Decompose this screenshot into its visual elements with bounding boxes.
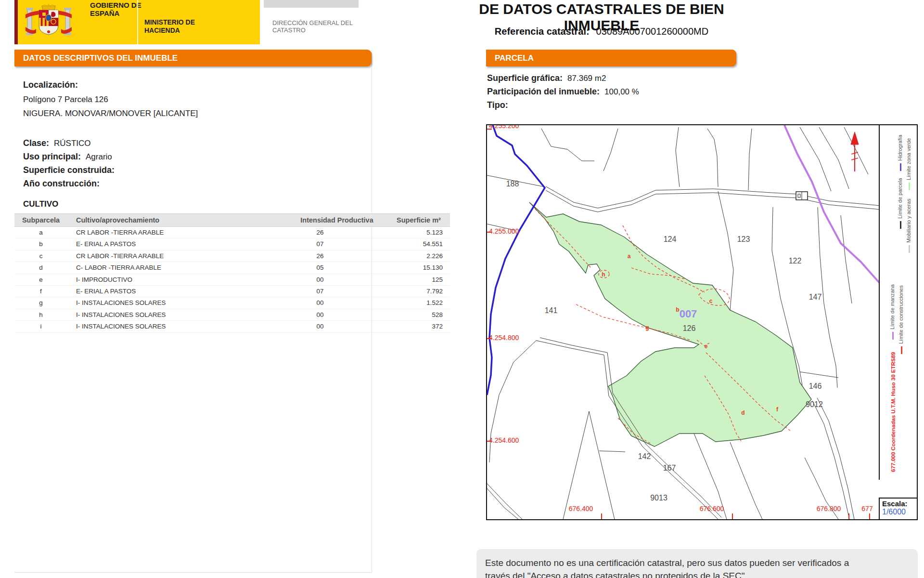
parcel-label: 9013 xyxy=(650,494,667,502)
scale-box: Escala: 1/6000 xyxy=(879,498,917,519)
highlighted-parcel-label: 007 xyxy=(680,308,697,320)
x-coord-label: 676.400 xyxy=(569,505,593,512)
y-coord-label: 4.254.800 xyxy=(489,334,519,342)
subparcel-letter: g xyxy=(645,324,649,331)
table-row: cCR LABOR -TIERRA ARABLE262.226 xyxy=(14,250,450,262)
cultivo-title: CULTIVO xyxy=(23,199,58,209)
scale-value: 1/6000 xyxy=(882,508,917,516)
parcel-label: 126 xyxy=(683,324,696,333)
directorate-label: DIRECCIÓN GENERAL DEL CATASTRO xyxy=(272,19,354,34)
government-label: GOBIERNO DE ESPAÑA xyxy=(90,1,143,17)
col-cultivo: Cultivo/aprovechamiento xyxy=(76,214,159,226)
legend-item: Límite de parcela xyxy=(897,178,903,229)
tipo-field: Tipo: xyxy=(487,100,513,110)
cultivo-table-header: Subparcela Cultivo/aprovechamiento Inten… xyxy=(14,213,450,227)
cadastral-reference-value: 03089A007001260000MD xyxy=(596,26,709,37)
government-logo-block: GOBIERNO DE ESPAÑA MINISTERIO DE HACIEND… xyxy=(18,0,260,44)
cadastral-map[interactable]: 4.255.200 4.255.000 4.254.800 4.254.600 … xyxy=(486,124,918,520)
zona-verde-legend-icon xyxy=(909,183,910,190)
table-row: eI- IMPRODUCTIVO00125 xyxy=(14,274,450,286)
table-row: fE- ERIAL A PASTOS077.792 xyxy=(14,286,450,297)
legend-item: Límite de manzana xyxy=(889,284,895,340)
logo-divider xyxy=(137,0,138,44)
logo-edge-strip xyxy=(14,0,18,44)
y-coord-label: 4.254.600 xyxy=(489,436,519,444)
subparcel-letter: a xyxy=(628,253,631,260)
subparcel-letter: e xyxy=(705,343,708,350)
parcel-label: 123 xyxy=(737,235,750,244)
parcel-label: 124 xyxy=(664,235,677,244)
localizacion-line1: Polígono 7 Parcela 126 xyxy=(23,95,108,105)
y-coord-label: 4.255.000 xyxy=(489,227,519,235)
disclaimer-text: Este documento no es una certificación c… xyxy=(485,556,875,578)
parcel-label: 147 xyxy=(809,293,822,302)
anio-construccion-field: Año construcción: xyxy=(23,179,104,189)
legend-item: Límite de construcciones xyxy=(898,285,904,354)
parcel-label: 142 xyxy=(638,452,651,461)
table-row: gI- INSTALACIONES SOLARES001.522 xyxy=(14,297,450,309)
north-arrow-icon xyxy=(851,132,859,171)
legend-item: Mobiliario y aceras xyxy=(906,198,911,253)
table-row: iI- INSTALACIONES SOLARES00372 xyxy=(14,321,450,332)
clase-field: Clase:RÚSTICO xyxy=(23,138,91,148)
localizacion-label: Localización: xyxy=(23,80,83,90)
cadastral-reference-label: Referencia catastral: xyxy=(495,26,590,37)
col-intensidad: Intensidad Productiva xyxy=(284,214,390,226)
scale-label: Escala: xyxy=(882,499,917,508)
subparcel-letter: d xyxy=(741,409,744,416)
subparcel-letter: c xyxy=(709,298,713,304)
limite-construcciones-legend-icon xyxy=(901,346,902,354)
cultivo-table: Subparcela Cultivo/aprovechamiento Inten… xyxy=(14,213,450,333)
y-coord-label: 4.255.200 xyxy=(489,124,519,130)
right-section-header: PARCELA xyxy=(486,50,736,66)
spain-coat-of-arms-icon xyxy=(25,2,73,42)
parcel-label: 167 xyxy=(663,464,676,473)
left-section-header: DATOS DESCRIPTIVOS DEL INMUEBLE xyxy=(14,50,372,66)
parcel-label: 122 xyxy=(789,257,802,265)
uso-field: Uso principal:Agrario xyxy=(23,152,112,162)
cadastral-reference-line: Referencia catastral:03089A007001260000M… xyxy=(448,26,756,37)
subparcel-letter: f xyxy=(776,406,778,413)
superficie-grafica-field: Superficie gráfica:87.369 m2 xyxy=(487,73,606,83)
col-superficie: Superficie m² xyxy=(380,214,457,226)
legend-item: Límite zona verde xyxy=(906,138,911,190)
parcel-label: 188 xyxy=(506,180,519,188)
table-row: dC- LABOR -TIERRA ARABLE0515.130 xyxy=(14,262,450,274)
header-gray-strip xyxy=(264,0,359,8)
table-row: bE- ERIAL A PASTOS0754.551 xyxy=(14,238,450,250)
map-linework xyxy=(487,125,917,519)
legend-item: Hidrografía xyxy=(897,135,903,171)
cadastral-document-page: GOBIERNO DE ESPAÑA MINISTERIO DE HACIEND… xyxy=(0,0,924,578)
limite-parcela-legend-icon xyxy=(900,221,901,229)
parcel-label: 9012 xyxy=(806,400,823,409)
parcel-label: 141 xyxy=(545,306,558,315)
table-row: aCR LABOR -TIERRA ARABLE265.123 xyxy=(14,227,450,238)
participacion-field: Participación del inmueble:100,00 % xyxy=(487,87,639,97)
subparcel-letter: h xyxy=(602,271,605,278)
limite-manzana-legend-icon xyxy=(892,332,894,340)
x-coord-label: 677 xyxy=(861,505,873,512)
utm-coordinate-note: 677.000 Coordenadas U.T.M. Huso 30 ETRS8… xyxy=(890,352,896,472)
mobiliario-legend-icon xyxy=(909,245,910,253)
parcel-label: 146 xyxy=(809,382,822,391)
hidrografia-legend-icon xyxy=(900,163,901,171)
subparcel-letter: b xyxy=(676,306,679,313)
localizacion-line2: NIGUERA. MONOVAR/MONOVER [ALICANTE] xyxy=(23,109,198,118)
hidrografia-line xyxy=(487,125,545,395)
x-coord-label: 676.800 xyxy=(817,505,841,512)
x-coord-label: 676.600 xyxy=(700,505,724,512)
superficie-construida-field: Superficie construida: xyxy=(23,165,119,175)
ministry-label: MINISTERIO DE HACIENDA xyxy=(144,18,207,35)
table-row: hI- INSTALACIONES SOLARES00528 xyxy=(14,309,450,321)
building-icon xyxy=(796,192,808,200)
map-legend-sidebar: Hidrografía Límite zona verde Límite de … xyxy=(879,125,917,480)
disclaimer-box: Este documento no es una certificación c… xyxy=(476,549,918,578)
col-subparcela: Subparcela xyxy=(14,214,67,226)
